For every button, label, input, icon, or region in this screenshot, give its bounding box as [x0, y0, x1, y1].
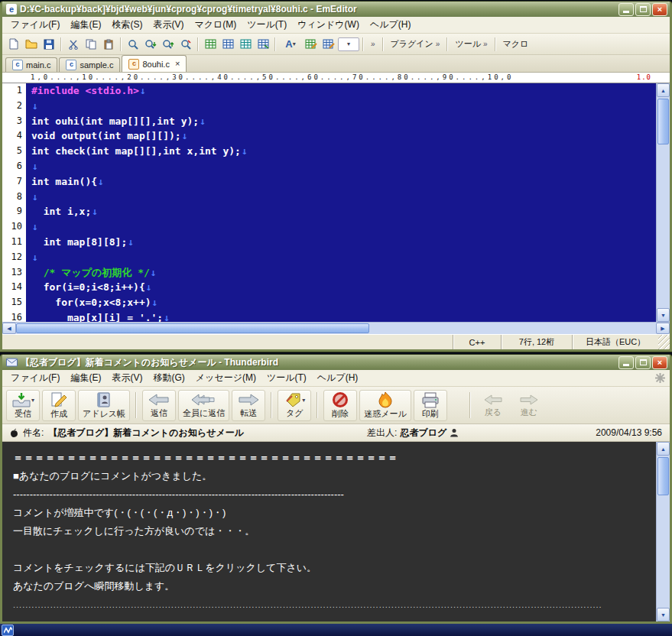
code-line: 9 int i,x;↓	[2, 204, 656, 219]
toolbar-separator	[271, 392, 272, 418]
html-bar-button-1[interactable]	[202, 36, 219, 53]
font-button[interactable]: A▾	[279, 36, 302, 53]
back-button[interactable]: 戻る	[476, 390, 510, 421]
edit-grid-button-2[interactable]	[320, 36, 337, 53]
scroll-down-button[interactable]: ▼	[657, 608, 670, 621]
thunderbird-titlebar[interactable]: 【忍者ブログ】新着コメントのお知らせメール - Thunderbird ×	[2, 355, 670, 370]
tab-close-icon[interactable]: ×	[175, 60, 180, 68]
code-line: 15 for(x=0;x<8;x++)↓	[2, 295, 656, 310]
scroll-right-button[interactable]: ▶	[656, 323, 670, 334]
menu-item[interactable]: 検索(S)	[106, 17, 148, 33]
menu-item[interactable]: 編集(E)	[65, 370, 106, 386]
scroll-track[interactable]	[657, 97, 670, 308]
scroll-down-button[interactable]: ▼	[657, 308, 670, 322]
compose-button[interactable]: 作成	[42, 390, 76, 421]
message-header: 件名: 【忍者ブログ】新着コメントのお知らせメール 差出人: 忍者ブログ 200…	[2, 424, 670, 442]
save-button[interactable]	[41, 36, 57, 53]
tag-button[interactable]: ▾ タグ	[278, 390, 311, 421]
subject-label: 件名:	[23, 427, 44, 440]
menu-item[interactable]: 編集(E)	[65, 17, 106, 33]
html-bar-button-2[interactable]	[219, 36, 236, 53]
forward-button[interactable]: 転送	[232, 390, 265, 421]
menu-item[interactable]: ファイル(F)	[5, 17, 65, 33]
close-button[interactable]: ×	[652, 356, 667, 369]
paste-button[interactable]	[100, 36, 117, 53]
find-button[interactable]	[125, 36, 141, 53]
print-button[interactable]: 印刷	[414, 390, 447, 421]
new-document-button[interactable]	[5, 36, 22, 53]
dropdown-arrow-icon[interactable]: ▾	[31, 397, 34, 404]
scroll-thumb[interactable]	[657, 457, 669, 495]
delete-button[interactable]: 削除	[323, 390, 357, 421]
subject-value: 【忍者ブログ】新着コメントのお知らせメール	[48, 427, 244, 440]
scroll-left-button[interactable]: ◀	[2, 323, 16, 334]
editor-tab[interactable]: c sample.c ×	[59, 57, 120, 72]
scroll-thumb[interactable]	[657, 99, 669, 144]
junk-button[interactable]: 迷惑メール	[359, 390, 411, 421]
cut-button[interactable]	[65, 36, 82, 53]
get-mail-button[interactable]: ▾ 受信	[6, 390, 40, 421]
menu-item[interactable]: マクロ(M)	[189, 17, 242, 33]
code-line: 5int check(int map[][],int x,int y);↓	[2, 144, 656, 159]
reply-all-label: 全員に返信	[183, 408, 225, 417]
maximize-button[interactable]	[635, 356, 651, 369]
dropdown-arrow-icon[interactable]: ▾	[302, 397, 305, 404]
address-book-button[interactable]: アドレス帳	[78, 390, 130, 421]
scroll-up-button[interactable]: ▲	[657, 442, 670, 456]
scroll-track[interactable]	[657, 456, 670, 608]
toolbar-separator	[362, 37, 364, 51]
print-label: 印刷	[422, 409, 439, 418]
code-area[interactable]: 1#include <stdio.h>↓2↓3int ouhi(int map[…	[2, 83, 656, 322]
editor-tab[interactable]: c main.c ×	[5, 57, 57, 72]
menu-item[interactable]: ツール(T)	[242, 17, 292, 33]
macro-toolbar-button[interactable]: マクロ	[499, 37, 533, 51]
minimize-button[interactable]	[618, 3, 634, 16]
menu-item[interactable]: ウィンドウ(W)	[292, 17, 365, 33]
tools-toolbar-button[interactable]: ツール»	[451, 37, 491, 51]
close-button[interactable]: ×	[652, 3, 667, 16]
edit-grid-button-1[interactable]	[303, 36, 320, 53]
message-line: ＝＝＝＝＝＝＝＝＝＝＝＝＝＝＝＝＝＝＝＝＝＝＝＝＝＝＝＝＝＝＝＝＝＝＝＝	[13, 449, 645, 467]
menu-item[interactable]: 表示(V)	[148, 17, 189, 33]
menu-item[interactable]: ファイル(F)	[5, 370, 65, 386]
menu-item[interactable]: 移動(G)	[148, 370, 190, 386]
code-line: 12↓	[2, 250, 656, 265]
code-line: 13 /* マップの初期化 */↓	[2, 265, 656, 281]
taskbar	[0, 624, 672, 636]
copy-button[interactable]	[83, 36, 99, 53]
scroll-up-button[interactable]: ▲	[657, 83, 670, 97]
toolbar-combo-dropdown[interactable]: ▾	[338, 37, 359, 51]
menu-item[interactable]: ヘルプ(H)	[365, 17, 417, 33]
menu-item[interactable]: 表示(V)	[106, 370, 148, 386]
scroll-thumb[interactable]	[16, 323, 369, 333]
message-vertical-scrollbar[interactable]: ▲ ▼	[656, 442, 670, 621]
html-bar-button-3[interactable]	[237, 36, 254, 53]
open-folder-button[interactable]	[23, 36, 40, 53]
toolbar-overflow-button[interactable]: »	[367, 38, 379, 50]
find-next-button[interactable]	[142, 36, 159, 53]
menu-item[interactable]: メッセージ(M)	[190, 370, 261, 386]
code-line: 8↓	[2, 190, 656, 205]
reply-all-button[interactable]: 全員に返信	[178, 390, 229, 421]
message-flag-icon	[10, 428, 18, 438]
html-bar-button-4[interactable]	[255, 36, 271, 53]
scroll-track[interactable]	[16, 323, 656, 334]
replace-button[interactable]	[177, 36, 194, 53]
message-body[interactable]: ＝＝＝＝＝＝＝＝＝＝＝＝＝＝＝＝＝＝＝＝＝＝＝＝＝＝＝＝＝＝＝＝＝＝＝＝■あなた…	[2, 442, 656, 621]
find-prev-button[interactable]	[160, 36, 177, 53]
minimize-button[interactable]	[618, 356, 634, 369]
emeditor-titlebar[interactable]: e D:¥C-backup¥back]¥bjd¥web¥jun¥cprog¥cp…	[2, 2, 670, 17]
maximize-button[interactable]	[635, 3, 651, 16]
code-vertical-scrollbar[interactable]: ▲ ▼	[656, 83, 670, 322]
toolbar-separator	[446, 37, 448, 51]
plugins-toolbar-button[interactable]: プラグイン»	[387, 37, 444, 51]
reply-button[interactable]: 返信	[142, 390, 176, 421]
menu-item[interactable]: ヘルプ(H)	[312, 370, 364, 386]
menu-item[interactable]: ツール(T)	[261, 370, 312, 386]
resize-grip[interactable]	[658, 335, 670, 349]
editor-tab[interactable]: c 8ouhi.c ×	[122, 55, 187, 72]
compose-label: 作成	[50, 409, 67, 418]
code-horizontal-scrollbar[interactable]: ◀ ▶	[2, 322, 670, 334]
go-forward-button[interactable]: 進む	[512, 390, 546, 421]
taskbar-app-icon[interactable]	[2, 625, 14, 636]
